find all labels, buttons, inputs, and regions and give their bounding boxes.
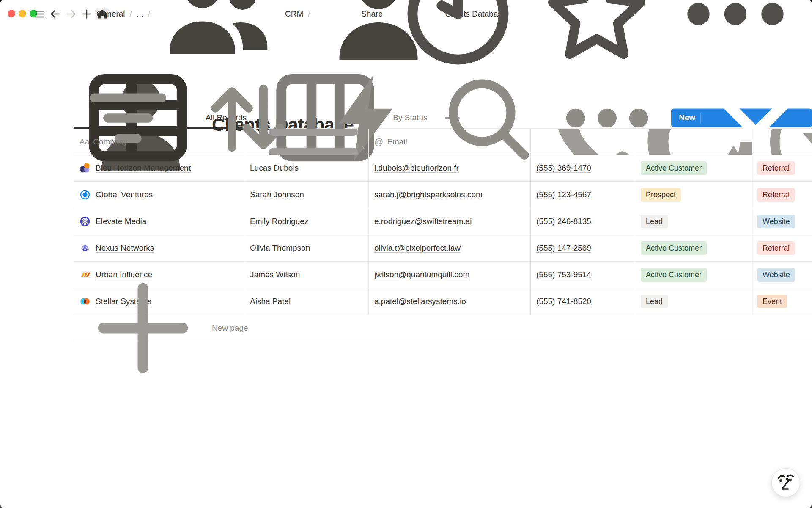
status-cell[interactable]: Lead	[635, 208, 752, 235]
column-header-label: Email	[387, 137, 407, 146]
table-row[interactable]: Bleu Horizon Management Lucas Dubois l.d…	[74, 155, 812, 182]
new-button-label[interactable]: New	[671, 113, 700, 123]
back-icon[interactable]	[49, 8, 62, 20]
column-header-status[interactable]: Status	[635, 129, 752, 155]
breadcrumb-item[interactable]: ...	[137, 9, 143, 19]
status-badge[interactable]: Lead	[641, 295, 668, 308]
company-name-link[interactable]: Nexus Networks	[96, 243, 154, 253]
status-badge[interactable]: Lead	[641, 215, 668, 228]
new-tab-icon[interactable]	[80, 8, 93, 20]
email-cell[interactable]: a.patel@stellarsystems.io	[369, 288, 531, 315]
phone-link[interactable]: (555) 741-8520	[536, 297, 591, 306]
column-header-lead-source[interactable]: Lead Source	[752, 129, 812, 155]
email-link[interactable]: l.dubois@bleuhorizon.fr	[374, 163, 459, 173]
breadcrumb-label: General	[96, 9, 125, 19]
company-name-link[interactable]: Elevate Media	[96, 217, 146, 226]
breadcrumb-label: CRM	[285, 9, 303, 19]
company-cell[interactable]: Nexus Networks	[74, 235, 244, 262]
lead-source-cell[interactable]: Referral	[752, 235, 812, 262]
phone-link[interactable]: (555) 147-2589	[536, 243, 591, 253]
lead-source-badge[interactable]: Referral	[757, 188, 795, 202]
status-badge[interactable]: Active Customer	[641, 268, 707, 282]
status-cell[interactable]: Active Customer	[635, 262, 752, 288]
table-header-row: AaCompanyPoint Person@EmailPhoneStatusLe…	[74, 129, 812, 155]
ai-face-icon	[772, 469, 800, 497]
column-header-company[interactable]: AaCompany	[74, 129, 244, 155]
close-button[interactable]	[8, 10, 15, 17]
breadcrumb-item[interactable]: General	[96, 9, 125, 19]
table-row[interactable]: Global Ventures Sarah Johnson sarah.j@br…	[74, 182, 812, 208]
lead-source-badge[interactable]: Event	[757, 295, 787, 308]
point-person-cell[interactable]: Olivia Thompson	[244, 235, 369, 262]
status-cell[interactable]: Active Customer	[635, 235, 752, 262]
column-header-label: Company	[93, 137, 127, 146]
lead-source-badge[interactable]: Referral	[757, 241, 795, 255]
notion-ai-face-button[interactable]	[771, 468, 800, 497]
email-link[interactable]: a.patel@stellarsystems.io	[374, 297, 466, 306]
new-button[interactable]: New	[671, 109, 812, 127]
phone-link[interactable]: (555) 369-1470	[536, 163, 591, 173]
phone-property-icon	[536, 129, 635, 155]
phone-cell[interactable]: (555) 741-8520	[531, 288, 635, 315]
breadcrumb-separator: /	[148, 9, 150, 19]
email-link[interactable]: olivia.t@pixelperfect.law	[374, 243, 461, 253]
email-link[interactable]: sarah.j@brightsparksolns.com	[374, 190, 483, 199]
status-property-icon	[641, 129, 752, 155]
email-cell[interactable]: l.dubois@bleuhorizon.fr	[369, 155, 531, 182]
lead-source-cell[interactable]: Referral	[752, 155, 812, 182]
column-header-email[interactable]: @Email	[369, 129, 531, 155]
status-cell[interactable]: Active Customer	[635, 155, 752, 182]
status-cell[interactable]: Lead	[635, 288, 752, 315]
lead-source-cell[interactable]: Event	[752, 288, 812, 315]
email-cell[interactable]: jwilson@quantumquill.com	[369, 262, 531, 288]
point-person-cell[interactable]: Lucas Dubois	[244, 155, 369, 182]
select-property-icon	[757, 129, 812, 155]
column-header-point-person[interactable]: Point Person	[244, 129, 369, 155]
email-cell[interactable]: sarah.j@brightsparksolns.com	[369, 182, 531, 208]
table-row[interactable]: Elevate Media Emily Rodriguez e.rodrigue…	[74, 208, 812, 235]
status-badge[interactable]: Active Customer	[641, 161, 707, 175]
new-page-row[interactable]: New page	[74, 315, 812, 341]
phone-cell[interactable]: (555) 369-1470	[531, 155, 635, 182]
company-cell[interactable]: Bleu Horizon Management	[74, 155, 244, 182]
email-link[interactable]: e.rodriguez@swiftstream.ai	[374, 217, 472, 226]
lead-source-cell[interactable]: Referral	[752, 182, 812, 208]
lead-source-badge[interactable]: Referral	[757, 161, 795, 175]
lead-source-cell[interactable]: Website	[752, 262, 812, 288]
table-row[interactable]: Nexus Networks Olivia Thompson olivia.t@…	[74, 235, 812, 262]
phone-cell[interactable]: (555) 123-4567	[531, 182, 635, 208]
lead-source-badge[interactable]: Website	[757, 268, 795, 282]
email-cell[interactable]: e.rodriguez@swiftstream.ai	[369, 208, 531, 235]
email-link[interactable]: jwilson@quantumquill.com	[374, 270, 469, 279]
point-person-cell[interactable]: James Wilson	[244, 262, 369, 288]
point-person-cell[interactable]: Sarah Johnson	[244, 182, 369, 208]
views-bar: All RecordsBy Status New	[74, 108, 812, 129]
point-person-cell[interactable]: Aisha Patel	[244, 288, 369, 315]
status-cell[interactable]: Prospect	[635, 182, 752, 208]
company-cell[interactable]: Elevate Media	[74, 208, 244, 235]
minimize-button[interactable]	[19, 10, 26, 17]
company-name-link[interactable]: Bleu Horizon Management	[96, 163, 191, 173]
phone-cell[interactable]: (555) 246-8135	[531, 208, 635, 235]
status-badge[interactable]: Active Customer	[641, 241, 707, 255]
phone-link[interactable]: (555) 246-8135	[536, 217, 591, 226]
phone-cell[interactable]: (555) 753-9514	[531, 262, 635, 288]
sidebar-menu-icon[interactable]	[33, 8, 46, 20]
window-titlebar: General/.../CRM/Clients Database Share	[0, 0, 812, 28]
lead-source-badge[interactable]: Website	[757, 215, 795, 228]
company-name-link[interactable]: Global Ventures	[96, 190, 153, 199]
traffic-lights	[8, 10, 37, 17]
forward-icon[interactable]	[65, 8, 77, 20]
phone-link[interactable]: (555) 123-4567	[536, 190, 591, 199]
share-button[interactable]: Share	[361, 9, 383, 19]
status-badge[interactable]: Prospect	[641, 188, 681, 202]
screenshot-stage: General/.../CRM/Clients Database Share C…	[0, 0, 812, 508]
column-header-phone[interactable]: Phone	[531, 129, 635, 155]
phone-link[interactable]: (555) 753-9514	[536, 270, 591, 279]
lead-source-cell[interactable]: Website	[752, 208, 812, 235]
new-page-label: New page	[212, 323, 248, 333]
email-cell[interactable]: olivia.t@pixelperfect.law	[369, 235, 531, 262]
company-cell[interactable]: Global Ventures	[74, 182, 244, 208]
point-person-cell[interactable]: Emily Rodriguez	[244, 208, 369, 235]
phone-cell[interactable]: (555) 147-2589	[531, 235, 635, 262]
